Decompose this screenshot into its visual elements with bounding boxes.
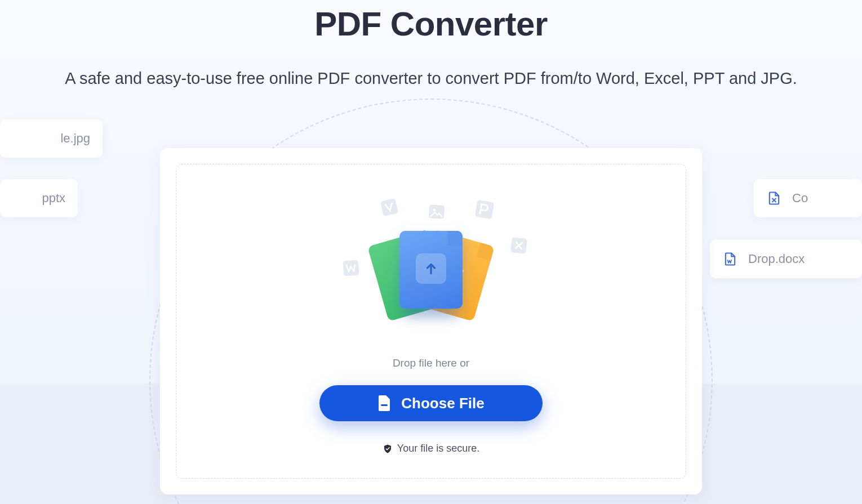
- choose-file-button[interactable]: Choose File: [319, 385, 543, 421]
- file-stack-illustration: E PT: [369, 231, 493, 320]
- chip-label: Drop.docx: [748, 252, 805, 266]
- svg-rect-6: [381, 404, 388, 406]
- image-icon: [426, 201, 447, 222]
- svg-rect-4: [343, 260, 359, 276]
- upload-arrow-icon: [416, 253, 446, 284]
- floating-chip-pptx: pptx: [0, 179, 78, 217]
- word-file-icon: [722, 251, 738, 267]
- secure-note: Your file is secure.: [383, 443, 479, 454]
- chip-label: Co: [792, 191, 808, 206]
- shield-check-icon: [383, 444, 393, 454]
- choose-file-label: Choose File: [401, 395, 484, 412]
- page-subtitle: A safe and easy-to-use free online PDF c…: [0, 69, 862, 88]
- visio-icon: [377, 195, 402, 220]
- excel-file-icon: [766, 190, 782, 206]
- svg-rect-3: [475, 200, 495, 220]
- floating-chip-docx: Drop.docx: [710, 240, 862, 278]
- upload-illustration: E PT: [335, 186, 527, 321]
- svg-rect-0: [380, 198, 398, 216]
- upload-card: E PT Drop file here or: [160, 148, 702, 494]
- secure-text-label: Your file is secure.: [397, 443, 479, 454]
- drop-here-text: Drop file here or: [393, 357, 469, 369]
- chip-label: le.jpg: [60, 131, 90, 146]
- excel-icon: [508, 234, 530, 257]
- powerpoint-icon: [472, 197, 497, 222]
- word-icon: [340, 257, 362, 279]
- file-icon: [377, 395, 391, 412]
- file-card-upload: [399, 231, 463, 309]
- floating-chip-jpg: le.jpg: [0, 119, 103, 158]
- dropzone[interactable]: E PT Drop file here or: [176, 164, 686, 479]
- page-title: PDF Converter: [0, 5, 862, 43]
- chip-label: pptx: [42, 191, 65, 206]
- floating-chip-excel: Co: [754, 179, 862, 217]
